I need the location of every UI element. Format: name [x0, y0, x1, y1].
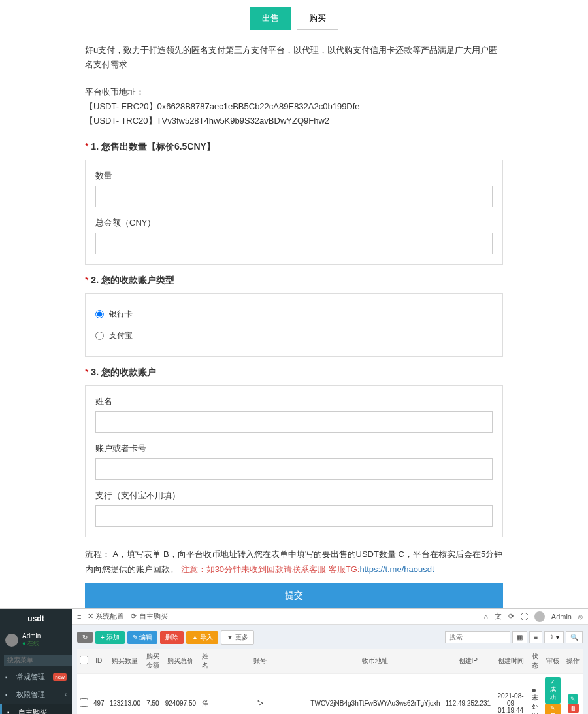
tab-buy[interactable]: 购买 — [297, 7, 338, 30]
list-icon[interactable]: ≡ — [529, 631, 542, 643]
tab-sell[interactable]: 出售 — [250, 7, 291, 30]
refresh-button[interactable]: ↻ — [77, 632, 93, 643]
sidebar-item-自主购买[interactable]: ▪自主购买 — [0, 704, 72, 714]
sidebar: usdt Admin 在线 🔍 ▪常规管理new▪权限管理‹▪自主购买▪自主出售 — [0, 609, 72, 714]
topbar-fullscreen-icon[interactable]: ⛶ — [521, 613, 528, 620]
add-button[interactable]: + 添加 — [95, 631, 125, 644]
search-icon[interactable]: 🔍 — [566, 631, 583, 643]
cell-name: 洋 — [199, 673, 212, 714]
col-9: 创建时间 — [493, 649, 528, 674]
topbar-lang-icon[interactable]: 文 — [495, 611, 502, 621]
topbar-logout-icon[interactable]: ⎋ — [578, 613, 583, 620]
radio-alipay-label: 支付宝 — [109, 330, 133, 341]
col-2: 购买数量 — [107, 649, 143, 674]
qty-input[interactable] — [95, 186, 493, 207]
toolbar: ↻ + 添加 ✎ 编辑 删除 ▲ 导入 ▼ 更多 ▦ ≡ ⇪ ▾ 🔍 — [77, 630, 583, 645]
section-2-title: 2. 您的收款账户类型 — [85, 275, 503, 286]
col-6: 账号 — [212, 649, 308, 674]
table-search-input[interactable] — [445, 631, 510, 643]
support-link[interactable]: https://t.me/haousdt — [359, 564, 434, 574]
col-3: 购买金额 — [143, 649, 163, 674]
name-input[interactable] — [95, 411, 493, 433]
main-area: ≡✕ 系统配置⟳ 自主购买 ⌂ 文 ⟳ ⛶ Admin ⎋ ↻ + 添加 ✎ 编… — [72, 609, 588, 714]
cell-ip: 112.49.252.231 — [443, 673, 494, 714]
sidebar-item-权限管理[interactable]: ▪权限管理‹ — [0, 686, 72, 704]
cell-qty: 123213.00 — [107, 673, 143, 714]
row-edit[interactable]: ✎ — [568, 694, 578, 704]
edit-button[interactable]: ✎ 编辑 — [127, 631, 158, 644]
cell-addr: TWCV2jNB4g3hTtFwBWYAo3ws62rTgYjcxh — [308, 673, 442, 714]
radio-alipay[interactable] — [95, 332, 104, 340]
col-1: ID — [91, 649, 107, 674]
col-11: 审核 — [542, 649, 564, 674]
sidebar-item-label: 自主购买 — [18, 707, 47, 714]
col-12: 操作 — [564, 649, 583, 674]
qty-label: 数量 — [95, 170, 493, 182]
intro-text: 好u支付，致力于打造领先的匿名支付第三方支付平台，以代理，以代购支付信用卡还款等… — [85, 43, 503, 72]
radio-bank-label: 银行卡 — [109, 309, 133, 320]
export-icon[interactable]: ⇪ ▾ — [544, 631, 564, 643]
topbar-refresh-icon[interactable]: ⟳ — [508, 612, 514, 620]
topbar-avatar[interactable] — [534, 611, 545, 622]
cell-amt: 7.50 — [143, 673, 163, 714]
account-label: 账户或者卡号 — [95, 443, 493, 454]
more-button[interactable]: ▼ 更多 — [221, 630, 254, 645]
addr-erc20: 【USDT- ERC20】0x6628B8787aec1eBB5Cb22cA89… — [85, 99, 503, 114]
name-label: 姓名 — [95, 396, 493, 407]
submit-button[interactable]: 提交 — [85, 583, 503, 608]
col-8: 创建IP — [443, 649, 494, 674]
admin-panel: usdt Admin 在线 🔍 ▪常规管理new▪权限管理‹▪自主购买▪自主出售… — [0, 608, 588, 714]
addr-trc20: 【USDT- TRC20】TVv3fw528T4hw5K9b9S32avBDwY… — [85, 114, 503, 128]
import-button[interactable]: ▲ 导入 — [186, 631, 218, 644]
col-4: 购买总价 — [163, 649, 199, 674]
account-input[interactable] — [95, 458, 493, 480]
section-1-box: 数量 总金额（CNY） — [85, 160, 503, 265]
topbar-user[interactable]: Admin — [551, 613, 572, 620]
brand: usdt — [0, 609, 72, 628]
row-check[interactable] — [80, 698, 88, 707]
cell-ops: ✎🗑 — [564, 673, 583, 714]
topbar-tab-0[interactable]: ≡ — [77, 613, 81, 620]
data-table: ID购买数量购买金额购买总价姓名账号收币地址创建IP创建时间状态审核操作 497… — [77, 649, 583, 714]
menu-icon: ▪ — [5, 673, 13, 681]
columns-icon[interactable]: ▦ — [512, 631, 527, 643]
trade-tabs: 出售 购买 — [85, 7, 503, 30]
total-input[interactable] — [95, 233, 493, 254]
topbar-tab-2[interactable]: ⟳ 自主购买 — [131, 611, 167, 621]
cell-total: 924097.50 — [163, 673, 199, 714]
section-2-box: 银行卡 支付宝 — [85, 293, 503, 357]
branch-input[interactable] — [95, 505, 493, 527]
audit-success[interactable]: ✓ 成功 — [545, 677, 561, 704]
user-status: 在线 — [22, 639, 41, 648]
topbar-home-icon[interactable]: ⌂ — [483, 613, 488, 620]
badge-new: new — [53, 673, 67, 681]
cell-audit: ✓ 成功✎ 失败 — [542, 673, 564, 714]
topbar-tab-1[interactable]: ✕ 系统配置 — [88, 611, 124, 621]
cell-acct: "> — [212, 673, 308, 714]
total-label: 总金额（CNY） — [95, 217, 493, 229]
process-text: 流程： A，填写表单 B，向平台收币地址转入您在表单中填写的要出售的USDT数量… — [85, 547, 503, 576]
section-3-title: 3. 您的收款账户 — [85, 367, 503, 379]
col-0 — [77, 649, 91, 674]
cell-id: 497 — [91, 673, 107, 714]
col-5: 姓名 — [199, 649, 212, 674]
wallet-address-block: 平台收币地址： 【USDT- ERC20】0x6628B8787aec1eBB5… — [85, 85, 503, 128]
table-row: 497123213.007.50924097.50洋">TWCV2jNB4g3h… — [77, 673, 583, 714]
menu-icon: ▪ — [7, 709, 15, 714]
radio-bank[interactable] — [95, 310, 104, 318]
row-delete[interactable]: 🗑 — [568, 704, 579, 713]
addr-title: 平台收币地址： — [85, 85, 503, 99]
user-name: Admin — [22, 632, 41, 639]
col-7: 收币地址 — [308, 649, 442, 674]
sidebar-item-常规管理[interactable]: ▪常规管理new — [0, 668, 72, 686]
user-panel: Admin 在线 — [0, 628, 72, 652]
audit-fail[interactable]: ✎ 失败 — [545, 704, 561, 714]
section-1-title: 1. 您售出数量【标价6.5CNY】 — [85, 141, 503, 153]
col-10: 状态 — [528, 649, 542, 674]
delete-button[interactable]: 删除 — [160, 631, 184, 644]
sidebar-item-label: 常规管理 — [16, 672, 45, 682]
cell-status: 未处理 — [528, 673, 542, 714]
cell-time: 2021-08-09 01:19:44 — [493, 673, 528, 714]
check-all[interactable] — [80, 656, 88, 664]
topbar: ≡✕ 系统配置⟳ 自主购买 ⌂ 文 ⟳ ⛶ Admin ⎋ — [72, 609, 588, 625]
